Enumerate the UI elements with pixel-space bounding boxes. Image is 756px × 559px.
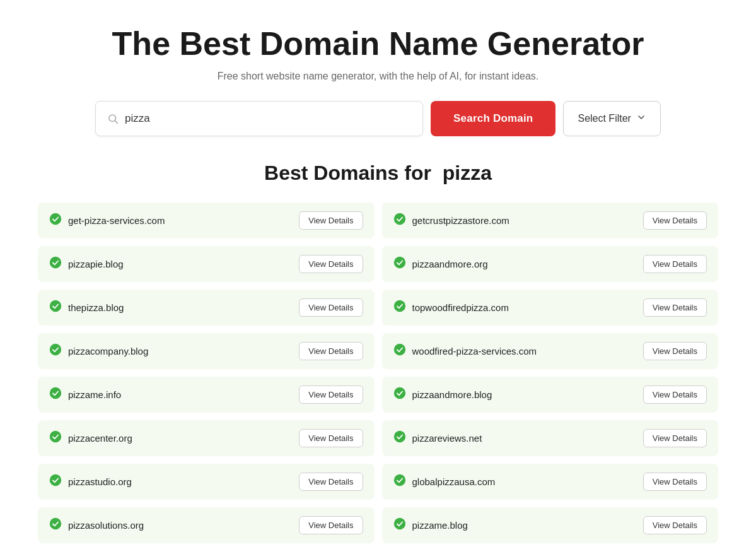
domain-name: thepizza.blog: [68, 302, 124, 313]
domain-name: woodfired-pizza-services.com: [412, 346, 537, 356]
domain-card: pizzaandmore.org View Details: [382, 246, 719, 282]
domain-name: topwoodfiredpizza.com: [412, 302, 509, 313]
svg-point-17: [393, 518, 405, 529]
view-details-button[interactable]: View Details: [643, 298, 707, 317]
svg-point-2: [50, 213, 61, 225]
view-details-button[interactable]: View Details: [299, 255, 363, 273]
view-details-button[interactable]: View Details: [643, 385, 707, 404]
domain-name: pizzaandmore.blog: [412, 389, 492, 400]
page-header: The Best Domain Name Generator Free shor…: [38, 25, 718, 82]
domain-card: pizzaandmore.blog View Details: [382, 377, 719, 413]
view-details-button[interactable]: View Details: [643, 255, 707, 273]
domain-name: pizzastudio.org: [68, 476, 132, 487]
domain-card: get-pizza-services.com View Details: [38, 203, 375, 238]
view-details-button[interactable]: View Details: [299, 429, 363, 447]
domain-name: globalpizzausa.com: [412, 476, 496, 487]
svg-point-11: [393, 387, 405, 399]
view-details-button[interactable]: View Details: [643, 473, 707, 491]
domain-card: pizzareviews.net View Details: [382, 420, 719, 456]
domain-card: pizzapie.blog View Details: [38, 246, 375, 282]
domain-name: get-pizza-services.com: [68, 215, 165, 226]
view-details-button[interactable]: View Details: [299, 298, 363, 317]
domain-info: woodfired-pizza-services.com: [393, 343, 537, 359]
domain-name: pizzaandmore.org: [412, 259, 488, 269]
view-details-button[interactable]: View Details: [643, 429, 707, 447]
domain-info: get-pizza-services.com: [49, 213, 165, 228]
svg-point-13: [393, 431, 405, 442]
results-keyword: pizza: [443, 162, 492, 184]
available-check-icon: [393, 256, 406, 272]
available-check-icon: [49, 213, 62, 228]
domain-name: pizzacenter.org: [68, 433, 132, 444]
domain-card: pizzacenter.org View Details: [38, 420, 375, 456]
svg-point-3: [393, 213, 405, 225]
domain-name: pizzame.info: [68, 389, 121, 400]
domain-card: thepizza.blog View Details: [38, 290, 375, 326]
domain-info: pizzapie.blog: [49, 256, 124, 272]
view-details-button[interactable]: View Details: [299, 516, 363, 534]
available-check-icon: [393, 300, 406, 315]
search-box: [95, 101, 423, 136]
page-title: The Best Domain Name Generator: [38, 25, 718, 63]
domain-name: pizzame.blog: [412, 520, 468, 531]
svg-point-8: [50, 344, 61, 355]
domain-info: pizzacenter.org: [49, 430, 132, 446]
domain-card: pizzasolutions.org View Details: [38, 507, 375, 543]
domain-info: pizzacompany.blog: [49, 343, 148, 359]
available-check-icon: [393, 343, 406, 359]
page-subtitle: Free short website name generator, with …: [38, 71, 718, 82]
filter-label: Select Filter: [578, 113, 631, 124]
view-details-button[interactable]: View Details: [299, 342, 363, 360]
view-details-button[interactable]: View Details: [299, 473, 363, 491]
svg-point-6: [50, 300, 61, 312]
search-section: Search Domain Select Filter: [38, 101, 718, 136]
available-check-icon: [49, 300, 62, 315]
available-check-icon: [49, 343, 62, 359]
domain-card: pizzame.blog View Details: [382, 507, 719, 543]
svg-point-9: [393, 344, 405, 355]
domain-card: woodfired-pizza-services.com View Detail…: [382, 333, 719, 369]
svg-line-1: [115, 121, 117, 123]
domain-info: getcrustpizzastore.com: [393, 213, 509, 228]
svg-point-7: [393, 300, 405, 312]
domain-card: pizzame.info View Details: [38, 377, 375, 413]
available-check-icon: [393, 517, 406, 533]
view-details-button[interactable]: View Details: [299, 211, 363, 230]
results-heading-prefix: Best Domains for: [264, 162, 431, 184]
domain-info: pizzame.blog: [393, 517, 468, 533]
search-domain-button[interactable]: Search Domain: [431, 101, 555, 136]
view-details-button[interactable]: View Details: [643, 211, 707, 230]
domain-card: topwoodfiredpizza.com View Details: [382, 290, 719, 326]
domain-name: getcrustpizzastore.com: [412, 215, 509, 226]
domain-card: pizzacompany.blog View Details: [38, 333, 375, 369]
domain-info: pizzame.info: [49, 387, 121, 403]
domain-info: pizzaandmore.org: [393, 256, 488, 272]
svg-point-14: [50, 474, 61, 486]
available-check-icon: [49, 474, 62, 490]
svg-point-5: [393, 257, 405, 268]
available-check-icon: [49, 430, 62, 446]
domain-info: thepizza.blog: [49, 300, 124, 315]
domain-card: pizzastudio.org View Details: [38, 464, 375, 500]
svg-point-10: [50, 387, 61, 399]
domain-card: getcrustpizzastore.com View Details: [382, 203, 719, 238]
domain-name: pizzareviews.net: [412, 433, 482, 444]
domain-results-grid: get-pizza-services.com View Details getc…: [38, 203, 718, 543]
chevron-down-icon: [636, 112, 646, 124]
domain-info: pizzastudio.org: [49, 474, 132, 490]
available-check-icon: [49, 256, 62, 272]
available-check-icon: [49, 517, 62, 533]
domain-info: pizzaandmore.blog: [393, 387, 492, 403]
svg-point-12: [50, 431, 61, 442]
domain-info: globalpizzausa.com: [393, 474, 496, 490]
available-check-icon: [393, 430, 406, 446]
domain-info: pizzasolutions.org: [49, 517, 144, 533]
select-filter-button[interactable]: Select Filter: [563, 101, 660, 136]
search-input[interactable]: [125, 112, 411, 125]
view-details-button[interactable]: View Details: [643, 342, 707, 360]
domain-card: globalpizzausa.com View Details: [382, 464, 719, 500]
available-check-icon: [49, 387, 62, 403]
view-details-button[interactable]: View Details: [299, 385, 363, 404]
view-details-button[interactable]: View Details: [643, 516, 707, 534]
domain-info: topwoodfiredpizza.com: [393, 300, 509, 315]
